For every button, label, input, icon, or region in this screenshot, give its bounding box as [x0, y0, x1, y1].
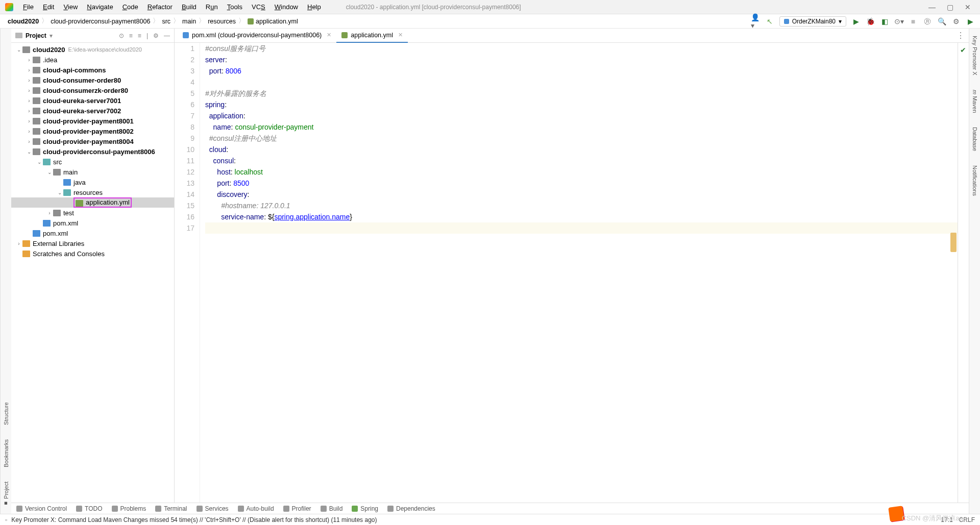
project-title: Project	[26, 32, 46, 39]
search-icon[interactable]: 🔍	[937, 17, 946, 26]
tab-menu-icon[interactable]: ⋮	[957, 31, 965, 40]
tree-pom-root[interactable]: pom.xml	[11, 228, 174, 238]
code-editor[interactable]: 1234 5678 9101112 13141516 17 #consul服务端…	[175, 43, 969, 503]
rail-maven[interactable]: m Maven	[972, 88, 978, 115]
select-opened-file-icon[interactable]: ⊙	[119, 32, 124, 39]
maximize-icon[interactable]: ▢	[947, 3, 953, 11]
close-icon[interactable]: ✕	[965, 3, 971, 11]
coverage-icon[interactable]: ◧	[880, 17, 889, 26]
run-anything-icon[interactable]: ▶	[966, 17, 975, 26]
rail-bookmarks[interactable]: Bookmarks	[3, 437, 9, 469]
tree-pom-inner[interactable]: pom.xml	[11, 218, 174, 228]
menu-window[interactable]: Window	[270, 3, 303, 11]
tree-scratches[interactable]: Scratches and Consoles	[11, 248, 174, 259]
profiler-icon[interactable]: ⊙▾	[894, 17, 903, 26]
tree-main[interactable]: ⌄main	[11, 167, 174, 177]
menu-view[interactable]: View	[59, 3, 82, 11]
project-tree[interactable]: ⌄cloud2020E:\idea-workspace\cloud2020 ›.…	[11, 43, 174, 503]
overlay-icon[interactable]: ▫	[5, 516, 7, 523]
config-icon	[784, 19, 789, 24]
crumb-src[interactable]: src	[159, 18, 173, 25]
collapse-all-icon[interactable]: ≡	[138, 32, 141, 39]
debug-icon[interactable]: 🐞	[866, 17, 875, 26]
project-tool-window: Project ▾ ⊙ ≡ ≡ | ⚙ — ⌄cloud2020E:\idea-…	[11, 29, 175, 503]
status-message: Key Promoter X: Command Load Maven Chang…	[11, 516, 941, 523]
back-nav-icon[interactable]: ↖	[765, 17, 774, 26]
rail-structure[interactable]: Structure	[3, 400, 9, 427]
tree-src[interactable]: ⌄src	[11, 157, 174, 167]
inspection-ok-icon[interactable]: ✔	[960, 46, 966, 54]
profiler-tab[interactable]: Profiler	[283, 505, 311, 512]
autobuild-tab[interactable]: Auto-build	[238, 505, 274, 512]
spring-tab[interactable]: Spring	[352, 505, 378, 512]
tab-close-icon[interactable]: ✕	[398, 32, 403, 38]
menu-code[interactable]: Code	[118, 3, 143, 11]
tree-java[interactable]: java	[11, 177, 174, 187]
code-content[interactable]: #consul服务端口号 server: port: 8006 #对外暴露的服务…	[200, 43, 958, 503]
rail-notifications[interactable]: Notifications	[972, 163, 978, 198]
rail-database[interactable]: Database	[972, 125, 978, 153]
tree-application-yml[interactable]: application.yml	[11, 197, 174, 208]
minimize-icon[interactable]: —	[928, 3, 936, 11]
menu-run[interactable]: Run	[201, 3, 223, 11]
line-gutter: 1234 5678 9101112 13141516 17	[175, 43, 200, 503]
terminal-tab[interactable]: Terminal	[155, 505, 187, 512]
crumb-resources[interactable]: resources	[205, 18, 238, 25]
tab-close-icon[interactable]: ✕	[327, 32, 331, 38]
todo-tab[interactable]: TODO	[76, 505, 102, 512]
tree-module-open[interactable]: ⌄cloud-providerconsul-payment8006	[11, 146, 174, 157]
tree-resources[interactable]: ⌄resources	[11, 187, 174, 197]
toolbar-right: 👤▾ ↖ OrderZKMain80 ▾ ▶ 🐞 ◧ ⊙▾ ■ ㊊ 🔍 ⚙ ▶	[751, 16, 980, 27]
build-tab[interactable]: Build	[321, 505, 343, 512]
expand-all-icon[interactable]: ≡	[129, 32, 133, 39]
crumb-file[interactable]: application.yml	[245, 18, 301, 25]
hide-panel-icon[interactable]: —	[164, 32, 170, 39]
yml-icon	[248, 18, 254, 24]
tool-settings-icon[interactable]: ⚙	[153, 32, 159, 39]
stop-icon[interactable]: ■	[909, 17, 918, 26]
settings-gear-icon[interactable]: ⚙	[951, 17, 961, 26]
scrollbar-thumb[interactable]	[950, 233, 957, 252]
translate-icon[interactable]: ㊊	[923, 17, 932, 26]
yml-icon	[341, 32, 348, 38]
editor-tab-yml[interactable]: application.yml ✕	[336, 29, 408, 43]
tree-module[interactable]: ›cloud-provider-payment8001	[11, 116, 174, 126]
bottom-tool-bar: Version Control TODO Problems Terminal S…	[11, 503, 969, 514]
menu-edit[interactable]: Edit	[38, 3, 59, 11]
left-tool-rail: ■ Project Bookmarks Structure	[0, 29, 11, 514]
tree-module[interactable]: ›cloud-consumer-order80	[11, 75, 174, 85]
tree-idea[interactable]: ›.idea	[11, 55, 174, 65]
rail-keypromoter[interactable]: Key Promoter X	[972, 34, 978, 78]
tree-module[interactable]: ›cloud-consumerzk-order80	[11, 85, 174, 95]
crumb-module[interactable]: cloud-providerconsul-payment8006	[48, 18, 153, 25]
rail-project[interactable]: ■ Project	[3, 480, 9, 509]
version-control-tab[interactable]: Version Control	[16, 505, 67, 512]
dependencies-tab[interactable]: Dependencies	[387, 505, 435, 512]
crumb-main[interactable]: main	[180, 18, 199, 25]
tree-test[interactable]: ›test	[11, 208, 174, 218]
tree-root[interactable]: ⌄cloud2020E:\idea-workspace\cloud2020	[11, 44, 174, 55]
problems-tab[interactable]: Problems	[112, 505, 146, 512]
navigation-bar: cloud2020〉 cloud-providerconsul-payment8…	[0, 14, 980, 29]
editor-tab-pom[interactable]: pom.xml (cloud-providerconsul-payment800…	[178, 29, 336, 43]
menu-navigate[interactable]: Navigate	[82, 3, 117, 11]
menu-vcs[interactable]: VCS	[247, 3, 270, 11]
tree-module[interactable]: ›cloud-eureka-server7002	[11, 106, 174, 116]
tree-module[interactable]: ›cloud-provider-payment8004	[11, 136, 174, 146]
run-icon[interactable]: ▶	[851, 17, 861, 26]
menu-tools[interactable]: Tools	[223, 3, 247, 11]
run-config-selector[interactable]: OrderZKMain80 ▾	[779, 16, 846, 27]
chevron-down-icon[interactable]: ▾	[50, 32, 53, 39]
crumb-root[interactable]: cloud2020	[5, 18, 41, 25]
user-icon[interactable]: 👤▾	[751, 17, 760, 26]
tree-module[interactable]: ›cloud-provider-payment8002	[11, 126, 174, 136]
menu-refactor[interactable]: Refactor	[143, 3, 177, 11]
services-tab[interactable]: Services	[197, 505, 229, 512]
menu-file[interactable]: File	[18, 3, 38, 11]
maven-icon	[183, 32, 189, 38]
menu-build[interactable]: Build	[177, 3, 201, 11]
tree-module[interactable]: ›cloud-api-commons	[11, 65, 174, 75]
tree-external-libs[interactable]: ›External Libraries	[11, 238, 174, 248]
menu-help[interactable]: Help	[303, 3, 326, 11]
tree-module[interactable]: ›cloud-eureka-server7001	[11, 95, 174, 106]
